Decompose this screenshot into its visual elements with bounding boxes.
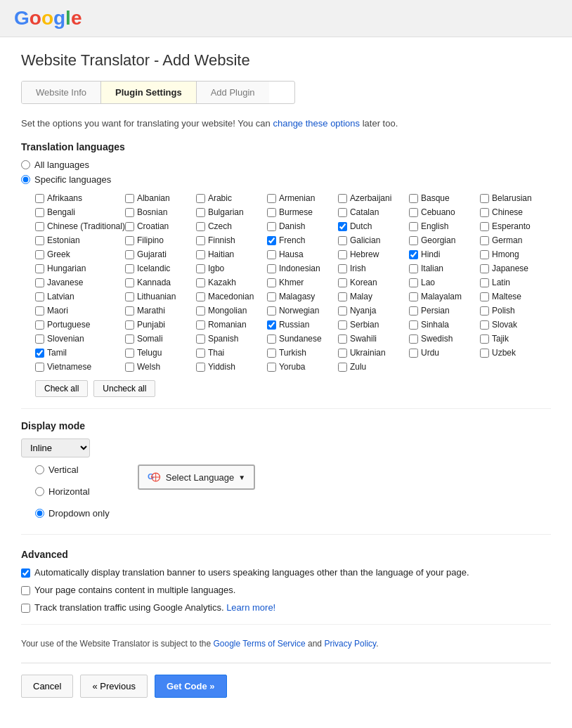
lang-checkbox-filipino[interactable] — [125, 236, 134, 245]
lang-checkbox-hmong[interactable] — [480, 250, 489, 259]
lang-checkbox-chinese[interactable] — [480, 208, 489, 217]
vertical-radio[interactable] — [35, 465, 44, 474]
lang-checkbox-malay[interactable] — [338, 292, 347, 301]
specific-languages-radio[interactable] — [21, 175, 30, 184]
lang-checkbox-gujarati[interactable] — [125, 250, 134, 259]
lang-checkbox-basque[interactable] — [409, 194, 418, 203]
lang-checkbox-thai[interactable] — [196, 349, 205, 358]
lang-checkbox-tamil[interactable] — [35, 349, 44, 358]
lang-checkbox-kazakh[interactable] — [196, 278, 205, 287]
lang-checkbox-yoruba[interactable] — [267, 363, 276, 372]
dropdown-only-label[interactable]: Dropdown only — [48, 508, 110, 519]
translate-widget-preview[interactable]: G Select Language ▼ — [138, 464, 256, 490]
cancel-button[interactable]: Cancel — [21, 675, 73, 698]
lang-checkbox-cebuano[interactable] — [409, 208, 418, 217]
lang-checkbox-bengali[interactable] — [35, 208, 44, 217]
lang-checkbox-persian[interactable] — [409, 306, 418, 316]
lang-checkbox-maori[interactable] — [35, 306, 44, 316]
lang-checkbox-korean[interactable] — [338, 278, 347, 287]
lang-checkbox-albanian[interactable] — [125, 194, 134, 203]
lang-checkbox-swahili[interactable] — [338, 334, 347, 344]
lang-checkbox-swedish[interactable] — [409, 334, 418, 344]
specific-languages-label[interactable]: Specific languages — [34, 174, 111, 185]
lang-checkbox-nyanja[interactable] — [338, 306, 347, 316]
lang-checkbox-french[interactable] — [267, 236, 276, 245]
lang-checkbox-esperanto[interactable] — [480, 222, 489, 231]
lang-checkbox-punjabi[interactable] — [125, 320, 134, 330]
lang-checkbox-maltese[interactable] — [480, 292, 489, 301]
lang-checkbox-portuguese[interactable] — [35, 320, 44, 330]
lang-checkbox-lithuanian[interactable] — [125, 292, 134, 301]
uncheck-all-button[interactable]: Uncheck all — [93, 380, 155, 397]
lang-checkbox-sundanese[interactable] — [267, 334, 276, 344]
lang-checkbox-hausa[interactable] — [267, 250, 276, 259]
learn-more-link[interactable]: Learn more! — [226, 602, 275, 613]
lang-checkbox-czech[interactable] — [196, 222, 205, 231]
lang-checkbox-macedonian[interactable] — [196, 292, 205, 301]
lang-checkbox-hebrew[interactable] — [338, 250, 347, 259]
horizontal-label[interactable]: Horizontal — [48, 486, 90, 497]
lang-checkbox-haitian[interactable] — [196, 250, 205, 259]
lang-checkbox-sinhala[interactable] — [409, 320, 418, 330]
lang-checkbox-spanish[interactable] — [196, 334, 205, 344]
lang-checkbox-armenian[interactable] — [267, 194, 276, 203]
lang-checkbox-bosnian[interactable] — [125, 208, 134, 217]
lang-checkbox-hindi[interactable] — [409, 250, 418, 259]
lang-checkbox-croatian[interactable] — [125, 222, 134, 231]
lang-checkbox-burmese[interactable] — [267, 208, 276, 217]
auto-banner-checkbox[interactable] — [21, 568, 30, 578]
analytics-checkbox[interactable] — [21, 604, 30, 613]
lang-checkbox-azerbaijani[interactable] — [338, 194, 347, 203]
lang-checkbox-norwegian[interactable] — [267, 306, 276, 316]
lang-checkbox-slovak[interactable] — [480, 320, 489, 330]
lang-checkbox-latvian[interactable] — [35, 292, 44, 301]
check-all-button[interactable]: Check all — [35, 380, 88, 397]
lang-checkbox-zulu[interactable] — [338, 363, 347, 372]
lang-checkbox-german[interactable] — [480, 236, 489, 245]
lang-checkbox-chinese-(traditional)[interactable] — [35, 222, 44, 231]
dropdown-only-radio[interactable] — [35, 509, 44, 518]
lang-checkbox-javanese[interactable] — [35, 278, 44, 287]
lang-checkbox-japanese[interactable] — [480, 264, 489, 273]
lang-checkbox-polish[interactable] — [480, 306, 489, 316]
change-options-link[interactable]: change these options — [273, 118, 360, 129]
lang-checkbox-mongolian[interactable] — [196, 306, 205, 316]
lang-checkbox-malagasy[interactable] — [267, 292, 276, 301]
all-languages-radio[interactable] — [21, 160, 30, 169]
lang-checkbox-vietnamese[interactable] — [35, 363, 44, 372]
lang-checkbox-english[interactable] — [409, 222, 418, 231]
lang-checkbox-italian[interactable] — [409, 264, 418, 273]
lang-checkbox-bulgarian[interactable] — [196, 208, 205, 217]
lang-checkbox-ukrainian[interactable] — [338, 349, 347, 358]
vertical-label[interactable]: Vertical — [48, 464, 79, 475]
lang-checkbox-georgian[interactable] — [409, 236, 418, 245]
lang-checkbox-danish[interactable] — [267, 222, 276, 231]
lang-checkbox-yiddish[interactable] — [196, 363, 205, 372]
lang-checkbox-indonesian[interactable] — [267, 264, 276, 273]
lang-checkbox-icelandic[interactable] — [125, 264, 134, 273]
lang-checkbox-somali[interactable] — [125, 334, 134, 344]
lang-checkbox-khmer[interactable] — [267, 278, 276, 287]
lang-checkbox-telugu[interactable] — [125, 349, 134, 358]
lang-checkbox-malayalam[interactable] — [409, 292, 418, 301]
terms-of-service-link[interactable]: Google Terms of Service — [214, 639, 306, 649]
lang-checkbox-hungarian[interactable] — [35, 264, 44, 273]
lang-checkbox-uzbek[interactable] — [480, 349, 489, 358]
tab-website-info[interactable]: Website Info — [22, 82, 101, 103]
lang-checkbox-catalan[interactable] — [338, 208, 347, 217]
horizontal-radio[interactable] — [35, 487, 44, 496]
lang-checkbox-estonian[interactable] — [35, 236, 44, 245]
lang-checkbox-serbian[interactable] — [338, 320, 347, 330]
tab-add-plugin[interactable]: Add Plugin — [197, 82, 269, 103]
lang-checkbox-turkish[interactable] — [267, 349, 276, 358]
lang-checkbox-lao[interactable] — [409, 278, 418, 287]
lang-checkbox-afrikaans[interactable] — [35, 194, 44, 203]
lang-checkbox-igbo[interactable] — [196, 264, 205, 273]
previous-button[interactable]: « Previous — [80, 675, 147, 698]
lang-checkbox-latin[interactable] — [480, 278, 489, 287]
lang-checkbox-welsh[interactable] — [125, 363, 134, 372]
display-mode-select[interactable]: Inline Dropdown Popup — [21, 438, 90, 457]
lang-checkbox-galician[interactable] — [338, 236, 347, 245]
lang-checkbox-tajik[interactable] — [480, 334, 489, 344]
lang-checkbox-slovenian[interactable] — [35, 334, 44, 344]
